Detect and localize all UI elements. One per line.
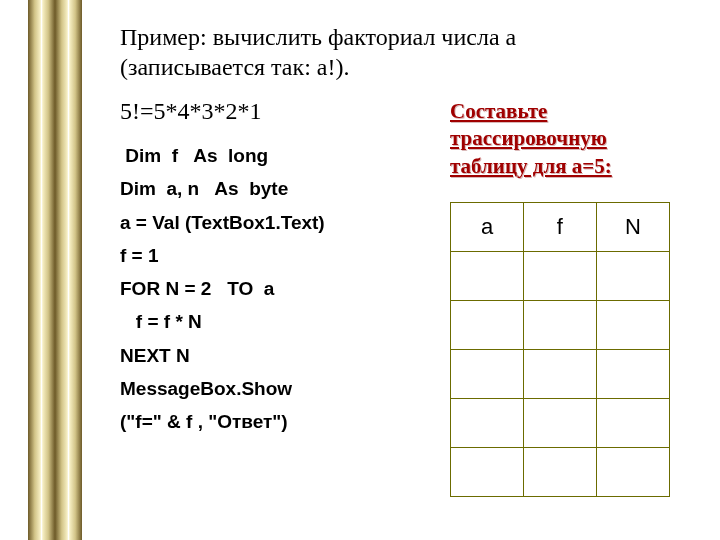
task-line-3: таблицу для а=5:: [450, 154, 612, 178]
cell: [596, 300, 669, 349]
table-row: [451, 300, 670, 349]
left-column: 5!=5*4*3*2*1 Dim f As long Dim a, n As b…: [120, 98, 420, 438]
table-header-a: a: [451, 202, 524, 251]
cell: [596, 251, 669, 300]
cell: [451, 398, 524, 447]
code-line: MessageBox.Show: [120, 378, 292, 399]
right-column: Составьте трассировочную таблицу для а=5…: [450, 98, 680, 497]
code-line: a = Val (TextBox1.Text): [120, 212, 325, 233]
cell: [524, 447, 597, 496]
code-line: Dim f As long: [120, 145, 268, 166]
code-line: FOR N = 2 TO a: [120, 278, 274, 299]
title-line-1: Пример: вычислить факториал числа а: [120, 24, 516, 50]
cell: [524, 398, 597, 447]
cell: [596, 349, 669, 398]
cell: [451, 300, 524, 349]
code-line: f = 1: [120, 245, 159, 266]
code-line: ("f=" & f , "Ответ"): [120, 411, 288, 432]
task-text: Составьте трассировочную таблицу для а=5…: [450, 98, 680, 180]
table-row: [451, 447, 670, 496]
code-listing: Dim f As long Dim a, n As byte a = Val (…: [120, 139, 420, 438]
cell: [451, 251, 524, 300]
cell: [524, 349, 597, 398]
cell: [596, 398, 669, 447]
main-row: 5!=5*4*3*2*1 Dim f As long Dim a, n As b…: [120, 98, 700, 497]
title-line-2: (записывается так: а!).: [120, 54, 349, 80]
code-line: Dim a, n As byte: [120, 178, 288, 199]
code-line: f = f * N: [120, 311, 202, 332]
slide-content: Пример: вычислить факториал числа а (зап…: [120, 22, 700, 497]
slide-title: Пример: вычислить факториал числа а (зап…: [120, 22, 700, 82]
cell: [596, 447, 669, 496]
code-line: NEXT N: [120, 345, 190, 366]
table-header-f: f: [524, 202, 597, 251]
rail-column: [28, 0, 55, 540]
cell: [451, 447, 524, 496]
cell: [524, 300, 597, 349]
cell: [524, 251, 597, 300]
factorial-example: 5!=5*4*3*2*1: [120, 98, 420, 125]
table-header-n: N: [596, 202, 669, 251]
table-row: [451, 251, 670, 300]
cell: [451, 349, 524, 398]
rail-column: [55, 0, 82, 540]
task-line-2: трассировочную: [450, 126, 607, 150]
decorative-left-rail: [28, 0, 82, 540]
task-line-1: Составьте: [450, 99, 547, 123]
trace-table: a f N: [450, 202, 670, 497]
table-header-row: a f N: [451, 202, 670, 251]
table-row: [451, 398, 670, 447]
table-row: [451, 349, 670, 398]
